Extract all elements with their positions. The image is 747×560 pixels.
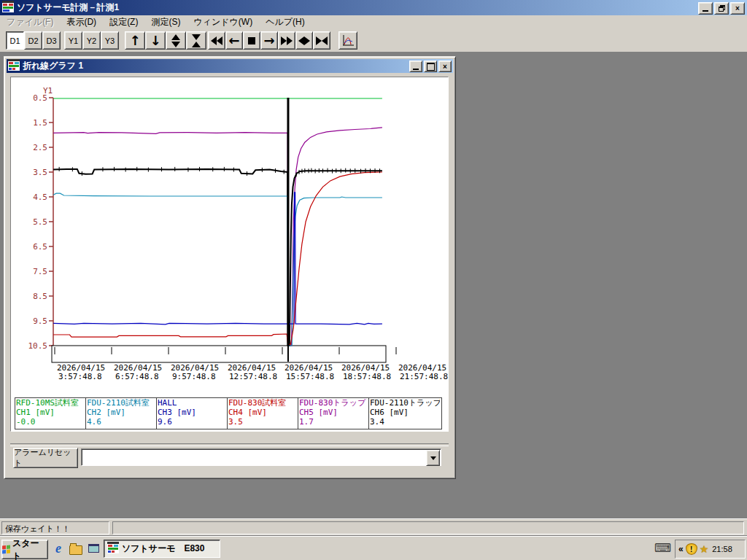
legend-channel-name: FDU-830トラップ — [299, 398, 368, 408]
menu-item-0: ファイル(F) — [0, 15, 60, 30]
chevron-left-icon[interactable]: « — [678, 544, 684, 554]
legend-channel-name: RFD-10MS試料室 — [16, 398, 85, 408]
svg-text:8.5: 8.5 — [33, 292, 47, 301]
legend-channel-name: FDU-2110試料室 — [87, 398, 156, 408]
legend-channel-value: 1.7 — [299, 417, 368, 427]
minimize-button[interactable] — [698, 2, 713, 15]
desktop-screen: ソフトサーモ計測－計測1 × ファイル(F)表示(D)設定(Z)測定(S)ウィン… — [0, 0, 747, 560]
toolbar-button-d2[interactable]: D2 — [24, 31, 42, 50]
channel-legend: RFD-10MS試料室CH1 [mV]-0.0FDU-2110試料室CH2 [m… — [15, 397, 442, 429]
legend-channel-unit: CH5 [mV] — [299, 408, 368, 417]
chevron-down-icon — [430, 456, 436, 460]
toolbar-button-stop[interactable] — [243, 31, 260, 50]
toolbar-button-d3[interactable]: D3 — [42, 31, 61, 50]
svg-text:5.5: 5.5 — [33, 217, 47, 227]
star-icon[interactable]: ★ — [700, 543, 709, 555]
toolbar-button-step-forward[interactable]: → — [260, 31, 278, 50]
legend-channel-unit: CH3 [mV] — [158, 408, 227, 417]
toolbar-button-step-back[interactable]: ← — [225, 31, 243, 50]
chart-panel: Y10.51.52.53.54.55.56.57.58.59.510.52026… — [10, 77, 449, 432]
line-chart[interactable]: Y10.51.52.53.54.55.56.57.58.59.510.52026… — [11, 77, 448, 394]
toolbar-button-expand-horizontal[interactable] — [295, 31, 313, 50]
toolbar-button-arrow-up[interactable]: ↑ — [125, 31, 145, 50]
legend-channel-value: 9.6 — [158, 417, 227, 427]
toolbar-button-d1[interactable]: D1 — [6, 31, 24, 50]
legend-channel-unit: CH1 [mV] — [16, 408, 85, 417]
toolbar: D1D2D3Y1Y2Y3↑↓←→ — [0, 29, 747, 52]
svg-text:6:57:48.8: 6:57:48.8 — [115, 372, 159, 381]
svg-text:1.5: 1.5 — [33, 118, 47, 128]
security-shield-icon[interactable]: ! — [686, 543, 697, 555]
menu-item-4[interactable]: ウィンドウ(W) — [187, 15, 259, 30]
internet-explorer-icon[interactable]: e — [51, 541, 66, 556]
svg-text:9:57:48.8: 9:57:48.8 — [172, 372, 216, 381]
toolbar-button-arrow-down[interactable]: ↓ — [145, 31, 166, 50]
legend-cell-ch4: FDU-830試料室CH4 [mV]3.5 — [228, 398, 298, 429]
menubar: ファイル(F)表示(D)設定(Z)測定(S)ウィンドウ(W)ヘルプ(H) — [0, 15, 747, 30]
graph-window-title: 折れ線グラフ 1 — [23, 60, 83, 72]
menu-item-1[interactable]: 表示(D) — [60, 15, 103, 30]
legend-channel-value: -0.0 — [16, 417, 85, 427]
mdi-workspace: 折れ線グラフ 1 × Y10.51.52.53.54.55.56.57.58.5… — [0, 52, 747, 518]
toolbar-button-expand-vertical[interactable] — [166, 31, 186, 50]
system-tray: « ! ★ 21:58 — [675, 540, 746, 559]
svg-text:6.5: 6.5 — [33, 242, 47, 252]
svg-text:4.5: 4.5 — [33, 192, 47, 202]
legend-cell-ch6: FDU-2110トラップCH6 [mV]3.4 — [369, 398, 440, 429]
toolbar-button-collapse-horizontal[interactable] — [313, 31, 330, 50]
svg-text:9.5: 9.5 — [33, 316, 47, 326]
legend-cell-ch2: FDU-2110試料室CH2 [mV]4.6 — [86, 398, 157, 429]
menu-item-5[interactable]: ヘルプ(H) — [259, 15, 311, 30]
legend-channel-unit: CH4 [mV] — [228, 408, 298, 417]
svg-text:12:57:48.8: 12:57:48.8 — [229, 372, 277, 381]
alarm-reset-button[interactable]: アラームリセット — [13, 448, 78, 468]
status-message: 保存ウェイト！！ — [1, 521, 109, 534]
window-title: ソフトサーモ計測－計測1 — [17, 1, 119, 14]
combobox-dropdown-button[interactable] — [426, 450, 440, 466]
legend-cell-ch5: FDU-830トラップCH5 [mV]1.7 — [298, 398, 369, 429]
svg-text:15:57:48.8: 15:57:48.8 — [286, 372, 334, 381]
svg-text:21:57:48.8: 21:57:48.8 — [400, 372, 448, 381]
toolbar-button-collapse-vertical[interactable] — [186, 31, 206, 50]
legend-channel-value: 3.5 — [228, 417, 298, 427]
divider — [10, 443, 449, 446]
graph-minimize-button[interactable] — [409, 61, 422, 72]
folder-icon[interactable] — [69, 541, 83, 556]
task-button-icon — [107, 542, 119, 556]
svg-text:3.5: 3.5 — [33, 168, 47, 177]
legend-channel-name: HALL — [158, 398, 227, 408]
toolbar-button-y3[interactable]: Y3 — [101, 31, 119, 50]
toolbar-button-y2[interactable]: Y2 — [82, 31, 101, 50]
start-button[interactable]: スタート — [1, 540, 48, 559]
toolbar-button-chart[interactable] — [338, 31, 357, 50]
taskbar: スタート e ソフトサーモ E830 ⌨ « ! ★ 21:58 — [0, 536, 747, 560]
graph-maximize-button[interactable] — [424, 61, 437, 72]
legend-channel-unit: CH2 [mV] — [87, 408, 156, 417]
toolbar-button-rewind[interactable] — [208, 31, 225, 50]
graph-window-icon — [8, 59, 20, 73]
svg-text:10.5: 10.5 — [28, 341, 48, 351]
graph-window-titlebar[interactable]: 折れ線グラフ 1 × — [7, 59, 453, 73]
statusbar: 保存ウェイト！！ — [0, 518, 747, 537]
graph-close-button[interactable]: × — [438, 61, 452, 72]
legend-channel-unit: CH6 [mV] — [370, 408, 440, 417]
outlook-window-icon[interactable] — [86, 541, 101, 556]
taskbar-clock: 21:58 — [712, 545, 732, 553]
restore-button[interactable] — [714, 2, 729, 15]
alarm-combobox[interactable] — [81, 448, 441, 466]
main-titlebar: ソフトサーモ計測－計測1 × — [0, 0, 747, 15]
task-button-label: ソフトサーモ E830 — [122, 542, 204, 555]
toolbar-button-fast-forward[interactable] — [278, 31, 295, 50]
menu-item-2[interactable]: 設定(Z) — [103, 15, 144, 30]
graph-window: 折れ線グラフ 1 × Y10.51.52.53.54.55.56.57.58.5… — [4, 56, 456, 479]
menu-item-3[interactable]: 測定(S) — [144, 15, 187, 30]
close-button[interactable]: × — [730, 2, 745, 15]
svg-text:3:57:48.8: 3:57:48.8 — [58, 372, 102, 381]
legend-cell-ch1: RFD-10MS試料室CH1 [mV]-0.0 — [15, 398, 86, 429]
status-panel-2 — [112, 521, 744, 534]
keyboard-icon[interactable]: ⌨ — [654, 541, 671, 555]
toolbar-button-y1[interactable]: Y1 — [64, 31, 82, 50]
legend-channel-value: 4.6 — [87, 417, 156, 427]
legend-channel-value: 3.4 — [370, 417, 440, 427]
task-button-softthermo[interactable]: ソフトサーモ E830 — [104, 540, 220, 558]
